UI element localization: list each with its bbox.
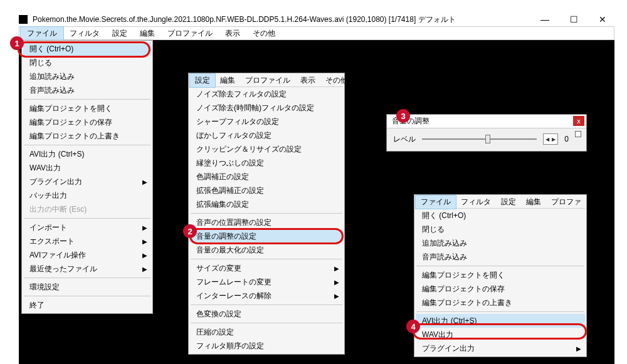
settingsMenu-item-21[interactable]: フィルタ順序の設定: [190, 339, 343, 353]
fileMenu-item-3[interactable]: 音声読み込み: [23, 83, 151, 97]
settingsMenu-item-0[interactable]: ノイズ除去フィルタの設定: [190, 87, 343, 101]
fileMenu-item-9[interactable]: AVI出力 (Ctrl+S): [23, 147, 151, 161]
close-icon[interactable]: x: [573, 116, 584, 126]
app-icon: [19, 15, 28, 24]
menubar-item-1[interactable]: フィルタ: [63, 27, 106, 40]
fileMenu-item-label-2: 追加読み込み: [29, 71, 75, 82]
fileMenu-item-label-0: 開く (Ctrl+O): [29, 44, 73, 55]
fileMenu-separator-4: [24, 99, 150, 100]
fileMenu-item-label-7: 編集プロジェクトの上書き: [29, 131, 120, 142]
menubar-item-6[interactable]: その他: [246, 27, 282, 40]
fileMenuSmall-item-7[interactable]: 編集プロジェクトの上書き: [416, 296, 585, 309]
fileMenu-item-12[interactable]: バッチ出力: [23, 189, 151, 202]
fileMenuSmall-item-2[interactable]: 追加読み込み: [416, 236, 585, 250]
chevron-right-icon: ▶: [142, 238, 147, 245]
fileMenu-item-label-6: 編集プロジェクトの保存: [29, 117, 112, 128]
volume-checkbox[interactable]: [575, 131, 581, 137]
fileMenu-item-10[interactable]: WAV出力: [23, 161, 151, 175]
fileMenuSmall-item-label-5: 編集プロジェクトを開く: [422, 270, 505, 281]
chevron-left-icon[interactable]: ◀: [545, 137, 550, 142]
menubar-item-4[interactable]: プロファイル: [161, 27, 219, 40]
settingsMenu-item-10[interactable]: 音声の位置調整の設定: [190, 216, 343, 229]
fileMenu-item-17[interactable]: AVIファイル操作▶: [23, 248, 151, 262]
fileMenu-item-15[interactable]: インポート▶: [23, 221, 151, 234]
fileMenu-item-6[interactable]: 編集プロジェクトの保存: [23, 115, 151, 129]
fileMenu-item-5[interactable]: 編集プロジェクトを開く: [23, 101, 151, 115]
settingsMenu-header-item-2[interactable]: プロファイル: [240, 74, 295, 87]
fileMenu-item-1[interactable]: 閉じる: [23, 56, 151, 70]
fileMenu-item-2[interactable]: 追加読み込み: [23, 70, 151, 83]
volume-spinner[interactable]: ◀ ▶: [543, 133, 558, 145]
fileMenuSmall-header-item-2[interactable]: 設定: [496, 195, 521, 209]
fileMenu-item-label-13: 出力の中断 (Esc): [29, 204, 87, 215]
settingsMenu-item-20[interactable]: 圧縮の設定: [190, 325, 343, 339]
fileMenu-item-label-20: 環境設定: [29, 282, 60, 293]
fileMenuSmall-header-item-1[interactable]: フィルタ: [456, 195, 496, 209]
menubar-item-2[interactable]: 設定: [106, 27, 134, 40]
menubar: ファイルフィルタ設定編集プロファイル表示その他: [19, 26, 614, 40]
fileMenu-item-7[interactable]: 編集プロジェクトの上書き: [23, 129, 151, 143]
settingsMenu-item-16[interactable]: インターレースの解除▶: [190, 289, 343, 303]
settingsMenu-item-2[interactable]: シャープフィルタの設定: [190, 115, 343, 128]
fileMenuSmall-item-10[interactable]: WAV出力: [416, 328, 585, 341]
fileMenuSmall-header-item-0[interactable]: ファイル: [416, 195, 456, 209]
settingsMenu-item-label-8: 拡張編集の設定: [196, 199, 249, 210]
fileMenuSmall-item-6[interactable]: 編集プロジェクトの保存: [416, 282, 585, 296]
settingsMenu-item-label-21: フィルタ順序の設定: [196, 341, 264, 351]
fileMenu-item-11[interactable]: プラグイン出力▶: [23, 175, 151, 189]
fileMenu-item-16[interactable]: エクスポート▶: [23, 234, 151, 248]
settingsMenu-item-7[interactable]: 拡張色調補正の設定: [190, 184, 343, 197]
settingsMenu-item-label-2: シャープフィルタの設定: [196, 117, 279, 127]
settingsMenu-header-item-1[interactable]: 編集: [215, 74, 240, 87]
fileMenuSmall-item-3[interactable]: 音声読み込み: [416, 250, 585, 264]
settingsMenu-item-11[interactable]: 音量の調整の設定: [190, 229, 343, 243]
settingsMenu-item-5[interactable]: 縁塗りつぶしの設定: [190, 156, 343, 170]
fileMenu-item-18[interactable]: 最近使ったファイル▶: [23, 262, 151, 276]
chevron-right-icon: ▶: [576, 345, 581, 352]
settingsMenu-item-label-5: 縁塗りつぶしの設定: [196, 158, 264, 169]
menubar-item-0[interactable]: ファイル: [21, 27, 63, 40]
menubar-item-3[interactable]: 編集: [134, 27, 161, 40]
settingsMenu-item-18[interactable]: 色変換の設定: [190, 307, 343, 321]
settingsMenu-item-label-4: クリッピング＆リサイズの設定: [196, 144, 302, 155]
volume-dialog-title-text: 音量の調整: [392, 116, 429, 127]
fileMenu-item-0[interactable]: 開く (Ctrl+O): [23, 42, 151, 56]
settingsMenu-item-1[interactable]: ノイズ除去(時間軸)フィルタの設定: [190, 101, 343, 115]
fileMenu-item-label-16: エクスポート: [29, 236, 75, 247]
settingsMenu-separator-9: [191, 213, 342, 214]
settingsMenu-item-label-12: 音量の最大化の設定: [196, 245, 264, 256]
settingsMenu-header-item-4[interactable]: その他: [320, 74, 353, 87]
fileMenu-item-label-5: 編集プロジェクトを開く: [29, 103, 112, 114]
settingsMenu-item-4[interactable]: クリッピング＆リサイズの設定: [190, 142, 343, 156]
maximize-button[interactable]: ☐: [566, 14, 582, 24]
fileMenuSmall-item-5[interactable]: 編集プロジェクトを開く: [416, 268, 585, 282]
fileMenu-item-22[interactable]: 終了: [23, 298, 151, 312]
fileMenuSmall-item-1[interactable]: 閉じる: [416, 222, 585, 236]
settingsMenu-item-12[interactable]: 音量の最大化の設定: [190, 243, 343, 257]
fileMenuSmall-header-item-3[interactable]: 編集: [521, 195, 546, 209]
fileMenuSmall-item-11[interactable]: プラグイン出力▶: [416, 341, 585, 355]
settingsMenu-header-item-3[interactable]: 表示: [295, 74, 320, 87]
settingsMenu-item-8[interactable]: 拡張編集の設定: [190, 197, 343, 211]
fileMenuSmall-item-0[interactable]: 開く (Ctrl+O): [416, 209, 585, 222]
settingsMenu-item-label-15: フレームレートの変更: [196, 277, 271, 288]
chevron-right-icon: ▶: [334, 265, 339, 272]
close-button[interactable]: ✕: [594, 14, 611, 24]
settingsMenu-header-item-0[interactable]: 設定: [190, 74, 215, 87]
minimize-button[interactable]: —: [537, 14, 553, 24]
settingsMenu-item-15[interactable]: フレームレートの変更▶: [190, 275, 343, 289]
fileMenu-item-20[interactable]: 環境設定: [23, 280, 151, 294]
settingsMenu-item-6[interactable]: 色調補正の設定: [190, 170, 343, 184]
settingsMenu-item-3[interactable]: ぼかしフィルタの設定: [190, 128, 343, 142]
settingsMenu-item-14[interactable]: サイズの変更▶: [190, 261, 343, 275]
menubar-item-5[interactable]: 表示: [219, 27, 246, 40]
fileMenuSmall-item-9[interactable]: AVI出力 (Ctrl+S): [416, 314, 585, 328]
chevron-right-icon[interactable]: ▶: [551, 137, 556, 142]
fileMenu-separator-8: [24, 145, 150, 145]
fileMenuSmall-header-item-4[interactable]: プロファ: [546, 195, 586, 209]
volume-slider[interactable]: [422, 138, 537, 140]
fileMenu-item-label-12: バッチ出力: [29, 190, 67, 201]
fileMenuSmall-separator-8: [416, 311, 584, 312]
settingsMenu-item-label-0: ノイズ除去フィルタの設定: [196, 89, 287, 100]
volume-slider-thumb[interactable]: [485, 135, 490, 143]
